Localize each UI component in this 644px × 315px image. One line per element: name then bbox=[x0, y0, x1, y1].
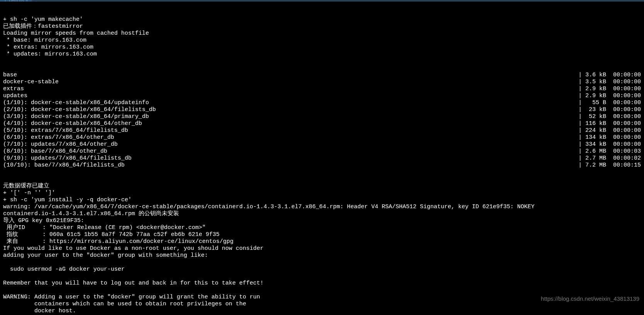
repo-row: (2/10): docker-ce-stable/x86_64/filelist… bbox=[3, 106, 641, 113]
repo-stats: | 3.5 kB 00:00:00 bbox=[578, 79, 641, 86]
repo-name: (6/10): extras/7/x86_64/other_db bbox=[3, 134, 114, 141]
repo-name: base bbox=[3, 72, 17, 79]
terminal-line: sudo usermod -aG docker your-user bbox=[3, 266, 641, 273]
repo-stats: | 7.2 MB 00:00:15 bbox=[578, 162, 641, 169]
repo-name: (2/10): docker-ce-stable/x86_64/filelist… bbox=[3, 106, 156, 113]
repo-stats: | 334 kB 00:00:00 bbox=[578, 141, 641, 148]
repo-name: (3/10): docker-ce-stable/x86_64/primary_… bbox=[3, 113, 149, 120]
terminal-line: + sh -c 'yum install -y -q docker-ce' bbox=[3, 197, 641, 204]
terminal-line: + '[' -n '' ']' bbox=[3, 190, 641, 197]
repo-stats: | 55 B 00:00:00 bbox=[578, 99, 641, 106]
repo-stats: | 2.6 MB 00:00:03 bbox=[578, 148, 641, 155]
repo-stats: | 2.9 kB 00:00:00 bbox=[578, 86, 641, 93]
repo-name: (1/10): docker-ce-stable/x86_64/updatein… bbox=[3, 99, 149, 106]
repo-row: docker-ce-stable| 3.5 kB 00:00:00 bbox=[3, 79, 641, 86]
repo-row: updates| 2.9 kB 00:00:00 bbox=[3, 93, 641, 99]
terminal-line: + sh -c 'yum makecache' bbox=[3, 16, 641, 23]
repo-name: (10/10): base/7/x86_64/filelists_db bbox=[3, 162, 125, 169]
terminal-line: warning: /var/cache/yum/x86_64/7/docker-… bbox=[3, 204, 641, 211]
terminal-line: Remember that you will have to log out a… bbox=[3, 280, 641, 287]
watermark-text: https://blog.csdn.net/weixin_43813139 bbox=[541, 295, 639, 302]
repo-stats: | 23 kB 00:00:00 bbox=[578, 106, 641, 113]
terminal-line bbox=[3, 287, 641, 294]
repo-stats: | 2.9 kB 00:00:00 bbox=[578, 93, 641, 99]
repo-stats: | 3.6 kB 00:00:00 bbox=[578, 72, 641, 79]
repo-stats: | 224 kB 00:00:00 bbox=[578, 127, 641, 134]
repo-row: base| 3.6 kB 00:00:00 bbox=[3, 72, 641, 79]
repo-row: (1/10): docker-ce-stable/x86_64/updatein… bbox=[3, 99, 641, 106]
repo-row: (6/10): extras/7/x86_64/other_db| 134 kB… bbox=[3, 134, 641, 141]
terminal-line: containerd.io-1.4.3-3.1.el7.x86_64.rpm 的… bbox=[3, 211, 641, 217]
terminal-line: 来自 : https://mirrors.aliyun.com/docker-c… bbox=[3, 238, 641, 245]
terminal-line: 已加载插件：fastestmirror bbox=[3, 23, 641, 30]
repo-row: (10/10): base/7/x86_64/filelists_db| 7.2… bbox=[3, 162, 641, 169]
plus-icon: + bbox=[35, 0, 38, 2]
repo-row: (8/10): base/7/x86_64/other_db| 2.6 MB 0… bbox=[3, 148, 641, 155]
tab-centos[interactable]: 1 centos × bbox=[0, 0, 32, 2]
repo-row: (4/10): docker-ce-stable/x86_64/other_db… bbox=[3, 120, 641, 127]
repo-name: (5/10): extras/7/x86_64/filelists_db bbox=[3, 127, 128, 134]
terminal-line: * base: mirrors.163.com bbox=[3, 37, 641, 44]
terminal-line bbox=[3, 273, 641, 280]
repo-name: extras bbox=[3, 86, 24, 93]
repo-row: (9/10): updates/7/x86_64/filelists_db| 2… bbox=[3, 155, 641, 162]
repo-name: (9/10): updates/7/x86_64/filelists_db bbox=[3, 155, 132, 162]
terminal-output[interactable]: + sh -c 'yum makecache'已加载插件：fastestmirr… bbox=[0, 2, 644, 315]
repo-stats: | 134 kB 00:00:00 bbox=[578, 134, 641, 141]
terminal-line: * extras: mirrors.163.com bbox=[3, 44, 641, 51]
repo-name: (7/10): updates/7/x86_64/other_db bbox=[3, 141, 118, 148]
terminal-line: docker host. bbox=[3, 308, 641, 315]
add-tab-button[interactable]: + bbox=[32, 0, 41, 2]
repo-row: (7/10): updates/7/x86_64/other_db| 334 k… bbox=[3, 141, 641, 148]
repo-row: extras| 2.9 kB 00:00:00 bbox=[3, 86, 641, 93]
terminal-line: If you would like to use Docker as a non… bbox=[3, 245, 641, 252]
close-icon[interactable]: × bbox=[26, 0, 28, 2]
terminal-line: Loading mirror speeds from cached hostfi… bbox=[3, 30, 641, 37]
terminal-line: 用户ID : "Docker Release (CE rpm) <docker@… bbox=[3, 224, 641, 231]
repo-name: updates bbox=[3, 93, 27, 99]
repo-name: (8/10): base/7/x86_64/other_db bbox=[3, 148, 107, 155]
repo-stats: | 52 kB 00:00:00 bbox=[578, 113, 641, 120]
tab-label: 1 centos bbox=[4, 0, 24, 2]
terminal-line: 导入 GPG key 0x621E9F35: bbox=[3, 217, 641, 224]
terminal-line: 元数据缓存已建立 bbox=[3, 183, 641, 190]
repo-row: (5/10): extras/7/x86_64/filelists_db| 22… bbox=[3, 127, 641, 134]
repo-name: (4/10): docker-ce-stable/x86_64/other_db bbox=[3, 120, 142, 127]
repo-stats: | 2.7 MB 00:00:02 bbox=[578, 155, 641, 162]
terminal-line: * updates: mirrors.163.com bbox=[3, 51, 641, 58]
terminal-line: 指纹 : 060a 61c5 1b55 8a7f 742b 77aa c52f … bbox=[3, 231, 641, 238]
repo-row: (3/10): docker-ce-stable/x86_64/primary_… bbox=[3, 113, 641, 120]
repo-name: docker-ce-stable bbox=[3, 79, 59, 86]
terminal-line bbox=[3, 259, 641, 266]
repo-stats: | 116 kB 00:00:00 bbox=[578, 120, 641, 127]
terminal-line: adding your user to the "docker" group w… bbox=[3, 252, 641, 259]
